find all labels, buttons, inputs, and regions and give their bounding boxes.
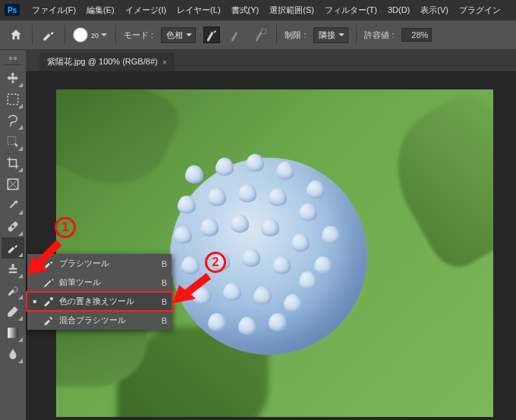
move-tool[interactable] (2, 67, 24, 89)
svg-rect-6 (8, 328, 18, 338)
crop-tool[interactable] (2, 152, 24, 174)
menu-view[interactable]: 表示(V) (416, 2, 453, 18)
menu-3d[interactable]: 3D(D) (383, 3, 414, 17)
menu-image[interactable]: イメージ(I) (121, 2, 171, 18)
color-replacement-icon (42, 296, 55, 308)
eyedropper-tool[interactable] (2, 195, 24, 216)
flyout-shortcut: B (162, 316, 167, 325)
eraser-tool[interactable] (2, 301, 24, 322)
menu-edit[interactable]: 編集(E) (82, 2, 119, 18)
flyout-pencil[interactable]: 鉛筆ツール B (27, 273, 171, 292)
menu-select[interactable]: 選択範囲(S) (265, 2, 319, 18)
svg-rect-2 (8, 94, 18, 105)
flyout-shortcut: B (162, 259, 167, 268)
marquee-tool[interactable] (2, 89, 24, 110)
sampling-continuous-icon[interactable] (203, 27, 220, 43)
mixer-brush-icon (42, 315, 55, 327)
tool-panel (0, 50, 26, 420)
brush-tool[interactable] (2, 237, 24, 259)
canvas[interactable] (56, 89, 493, 417)
gradient-tool[interactable] (2, 322, 24, 343)
flyout-label: ブラシツール (59, 258, 157, 269)
flyout-label: 色の置き換えツール (59, 296, 157, 307)
tab-document[interactable]: 紫陽花.jpg @ 100% (RGB/8#) × (39, 52, 175, 71)
flyout-label: 鉛筆ツール (59, 277, 157, 288)
home-icon[interactable] (8, 27, 24, 43)
menu-filter[interactable]: フィルター(T) (320, 2, 382, 18)
photo-content (56, 89, 493, 417)
menu-type[interactable]: 書式(Y) (227, 2, 264, 18)
menu-plugin[interactable]: プラグイン (455, 2, 505, 18)
tab-title: 紫陽花.jpg @ 100% (RGB/8#) (47, 56, 158, 67)
svg-rect-1 (262, 30, 266, 34)
brush-size-label: 20 (91, 32, 99, 39)
menu-bar: Ps ファイル(F) 編集(E) イメージ(I) レイヤー(L) 書式(Y) 選… (0, 0, 516, 20)
history-brush-tool[interactable] (2, 280, 24, 301)
flyout-label: 混合ブラシツール (59, 315, 157, 326)
svg-rect-0 (238, 30, 242, 34)
healing-tool[interactable] (2, 216, 24, 237)
tolerance-input[interactable]: 28% (401, 28, 432, 42)
tolerance-label: 許容値 : (364, 30, 394, 41)
close-icon[interactable]: × (162, 58, 167, 67)
options-bar: 20 モード : 色相 制限 : 隣接 許容値 : 28% (0, 20, 516, 50)
sampling-once-icon[interactable] (228, 27, 244, 43)
brush-flyout-menu: ブラシツール B 鉛筆ツール B ■ 色の置き換えツール B 混合ブラシツール … (27, 254, 171, 330)
mode-dropdown[interactable]: 色相 (161, 27, 196, 43)
quick-select-tool[interactable] (2, 131, 24, 152)
flyout-shortcut: B (162, 278, 167, 287)
menu-layer[interactable]: レイヤー(L) (172, 2, 225, 18)
menu-file[interactable]: ファイル(F) (27, 2, 80, 18)
limits-label: 制限 : (285, 30, 306, 41)
mode-label: モード : (124, 30, 153, 41)
current-tool-icon[interactable] (40, 27, 57, 43)
lasso-tool[interactable] (2, 110, 24, 131)
panel-grip[interactable] (2, 55, 24, 62)
flyout-mixer-brush[interactable]: 混合ブラシツール B (27, 311, 171, 330)
svg-point-7 (50, 297, 53, 300)
brush-color-swatch[interactable] (73, 27, 88, 42)
brush-icon (42, 258, 55, 270)
tab-bar: 紫陽花.jpg @ 100% (RGB/8#) × (26, 50, 516, 71)
sampling-background-icon[interactable] (252, 27, 269, 43)
stamp-tool[interactable] (2, 259, 24, 280)
blur-tool[interactable] (2, 343, 24, 365)
document-area: 紫陽花.jpg @ 100% (RGB/8#) × (26, 50, 516, 420)
flyout-shortcut: B (162, 297, 167, 306)
flyout-brush[interactable]: ブラシツール B (27, 254, 171, 273)
limits-dropdown[interactable]: 隣接 (313, 27, 348, 43)
ps-logo: Ps (5, 4, 20, 16)
pencil-icon (42, 277, 55, 289)
frame-tool[interactable] (2, 174, 24, 195)
flyout-color-replacement[interactable]: ■ 色の置き換えツール B (27, 292, 171, 311)
